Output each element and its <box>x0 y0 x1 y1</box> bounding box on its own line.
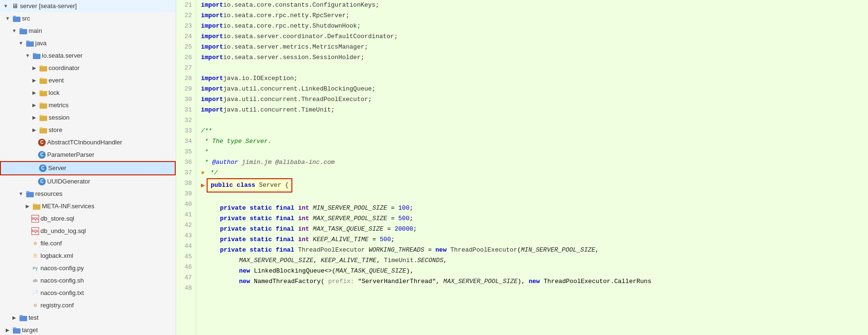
tree-item-main[interactable]: main <box>0 25 176 37</box>
arrow-right-icon <box>30 89 38 97</box>
folder-icon <box>33 203 40 210</box>
tree-item-store[interactable]: store <box>0 124 176 136</box>
line-number: 39 <box>176 189 192 199</box>
tree-item-label: session <box>49 112 70 123</box>
line-number: 23 <box>176 21 192 31</box>
tree-item-nacos-config.py[interactable]: Pynacos-config.py <box>0 262 176 274</box>
tree-item-db_store.sql[interactable]: SQLdb_store.sql <box>0 213 176 225</box>
line-number: 48 <box>176 283 192 294</box>
svg-rect-1 <box>13 16 16 17</box>
tree-item-coordinator[interactable]: coordinator <box>0 62 176 74</box>
code-line: private static final int MIN_SERVER_POOL… <box>201 203 868 213</box>
xml-file-icon: ☰ <box>31 252 39 260</box>
tree-item-label: nacos-config.txt <box>40 288 84 298</box>
tree-item-metrics[interactable]: metrics <box>0 99 176 112</box>
tree-item-java[interactable]: java <box>0 37 176 50</box>
svg-rect-22 <box>33 204 40 210</box>
arrow-down-icon <box>17 190 25 198</box>
svg-rect-20 <box>26 192 34 197</box>
tree-item-Server[interactable]: CServer <box>0 161 176 175</box>
svg-rect-14 <box>40 103 47 109</box>
tree-item-UUIDGenerator[interactable]: CUUIDGenerator <box>0 175 176 188</box>
arrow-down-icon <box>4 15 11 22</box>
line-number: 21 <box>176 0 192 10</box>
tree-item-label: file.conf <box>40 238 62 249</box>
conf-file-icon: ⚙ <box>31 302 39 309</box>
svg-rect-25 <box>20 315 23 316</box>
line-number: 41 <box>176 210 192 220</box>
code-line: import java.util.concurrent.ThreadPoolEx… <box>201 94 868 105</box>
folder-icon <box>40 114 47 122</box>
tree-item-label: coordinator <box>49 63 80 73</box>
arrow-right-icon <box>30 102 38 109</box>
svg-rect-7 <box>33 53 36 54</box>
tree-item-lock[interactable]: lock <box>0 87 176 99</box>
tree-item-AbstractTCInboundHandler[interactable]: CAbstractTCInboundHandler <box>0 136 176 149</box>
tree-item-label: registry.conf <box>40 300 74 311</box>
project-icon: 🖥 <box>11 2 19 10</box>
tree-item-db_undo_log.sql[interactable]: SQLdb_undo_log.sql <box>0 225 176 237</box>
tree-item-nacos-config.txt[interactable]: 📄nacos-config.txt <box>0 287 176 299</box>
code-line: * <box>201 147 868 157</box>
arrow-right-icon <box>24 203 31 210</box>
svg-rect-11 <box>40 78 43 79</box>
arrow-down-icon <box>2 2 10 10</box>
tree-item-label: ParameterParser <box>47 150 94 160</box>
code-line: * @author jimin.jm @alibaba-inc.com <box>201 157 868 168</box>
tree-item-label: store <box>49 125 62 135</box>
tree-item-src[interactable]: src <box>0 12 176 25</box>
tree-item-label: target <box>22 325 38 335</box>
tree-item-server-root[interactable]: 🖥server [seata-server] <box>0 0 176 12</box>
code-line: ● */ <box>201 168 868 178</box>
tree-item-META-INF.services[interactable]: META-INF.services <box>0 200 176 213</box>
tree-item-io-seata-server[interactable]: io.seata.server <box>0 50 176 62</box>
tree-item-test[interactable]: test <box>0 312 176 324</box>
tree-item-logback.xml[interactable]: ☰logback.xml <box>0 250 176 262</box>
folder-icon <box>40 77 47 84</box>
tree-item-target[interactable]: target <box>0 324 176 335</box>
line-number: 47 <box>176 273 192 283</box>
code-line: private static final int KEEP_ALIVE_TIME… <box>201 234 868 245</box>
tree-item-label: main <box>29 26 42 36</box>
tree-item-session[interactable]: session <box>0 112 176 124</box>
svg-rect-9 <box>40 65 43 67</box>
code-line <box>201 63 868 73</box>
arrow-right-icon <box>30 64 38 72</box>
tree-item-registry.conf[interactable]: ⚙registry.conf <box>0 299 176 312</box>
tree-item-label: AbstractTCInboundHandler <box>47 137 122 148</box>
svg-rect-10 <box>40 79 47 84</box>
tree-item-resources[interactable]: resources <box>0 188 176 200</box>
svg-rect-26 <box>13 328 20 334</box>
code-line: import io.seata.core.rpc.netty.ShutdownH… <box>201 21 868 31</box>
code-line <box>201 115 868 126</box>
folder-blue-icon <box>20 314 27 322</box>
tree-item-label: event <box>49 75 64 86</box>
folder-blue-icon <box>13 326 20 334</box>
line-number: 32 <box>176 115 192 126</box>
line-number: 33 <box>176 126 192 136</box>
code-line: import java.util.concurrent.TimeUnit; <box>201 105 868 115</box>
tree-item-ParameterParser[interactable]: CParameterParser <box>0 149 176 161</box>
line-number: 38 <box>176 178 192 189</box>
tree-item-label: UUIDGenerator <box>47 176 90 187</box>
arrow-right-icon <box>30 126 38 134</box>
folder-blue-icon <box>20 27 27 35</box>
svg-rect-12 <box>40 91 47 96</box>
code-line: import io.seata.core.rpc.netty.RpcServer… <box>201 10 868 21</box>
folder-blue-icon <box>26 190 34 198</box>
tree-item-event[interactable]: event <box>0 74 176 87</box>
svg-rect-24 <box>20 316 27 321</box>
code-line: private static final int MAX_TASK_QUEUE_… <box>201 224 868 234</box>
conf-file-icon: ⚙ <box>31 240 39 247</box>
line-number: 43 <box>176 231 192 241</box>
tree-item-label: resources <box>35 189 62 199</box>
arrow-down-icon <box>10 27 18 35</box>
line-number: 22 <box>176 10 192 21</box>
svg-rect-4 <box>26 41 34 47</box>
file-tree-sidebar: 🖥server [seata-server]srcmainjavaio.seat… <box>0 0 176 335</box>
tree-item-file.conf[interactable]: ⚙file.conf <box>0 237 176 250</box>
tree-item-nacos-config.sh[interactable]: shnacos-config.sh <box>0 274 176 287</box>
python-file-icon: Py <box>31 264 39 272</box>
svg-rect-19 <box>40 127 43 129</box>
shell-file-icon: sh <box>31 277 39 284</box>
